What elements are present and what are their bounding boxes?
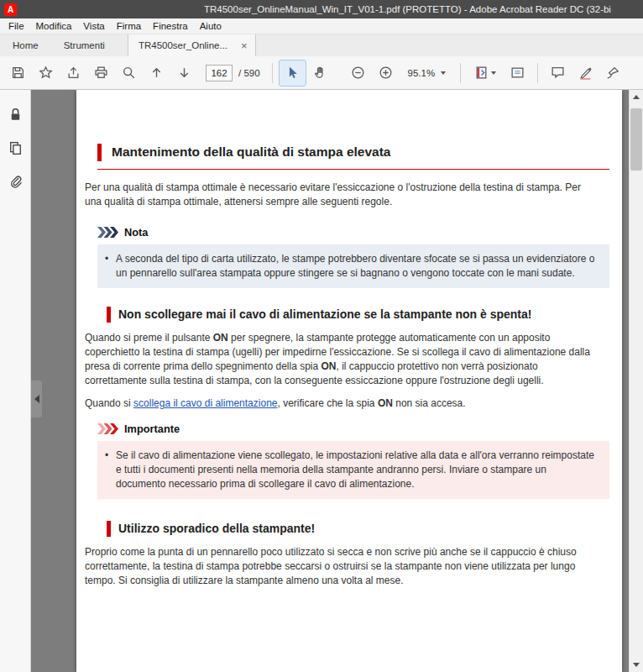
toolbar-divider: [272, 63, 273, 83]
highlight-button[interactable]: [572, 60, 599, 86]
page-display-button[interactable]: [468, 60, 503, 86]
star-button[interactable]: [33, 60, 59, 86]
pages-panel-button[interactable]: [3, 135, 28, 160]
menu-finestra[interactable]: Finestra: [147, 18, 194, 34]
important-chevrons-icon: [97, 423, 118, 434]
menu-modifica[interactable]: Modifica: [30, 18, 78, 34]
tab-home[interactable]: Home: [0, 34, 51, 56]
important-header: Importante: [97, 423, 609, 435]
acrobat-reader-window: A TR4500ser_OnlineManual_Win_IT_V01-1.pd…: [0, 0, 643, 672]
triangle-up-icon: [633, 95, 640, 99]
scroll-down-button[interactable]: [630, 658, 643, 672]
page-up-icon: [149, 66, 164, 80]
scrollbar-thumb[interactable]: [630, 108, 642, 171]
toolbar: 162 / 590 95.1%: [0, 56, 643, 90]
important-text: Se il cavo di alimentazione viene scolle…: [116, 449, 598, 491]
highlighter-icon: [578, 66, 593, 80]
toolbar-divider: [537, 63, 538, 83]
subsection-heading-block: Utilizzo sporadico della stampante!: [107, 521, 609, 537]
tab-document[interactable]: TR4500ser_Online... ×: [128, 34, 256, 56]
note-box: • A seconda del tipo di carta utilizzato…: [97, 244, 609, 288]
reading-mode-button[interactable]: [504, 60, 531, 86]
note-text: A seconda del tipo di carta utilizzato, …: [116, 252, 598, 281]
close-icon[interactable]: ×: [241, 40, 248, 51]
previous-page-button[interactable]: [144, 60, 170, 86]
titlebar: A TR4500ser_OnlineManual_Win_IT_V01-1.pd…: [0, 0, 643, 18]
comment-button[interactable]: [545, 60, 571, 86]
zoom-in-button[interactable]: [373, 60, 399, 86]
zoom-out-icon: [351, 66, 365, 80]
panel-collapse-handle[interactable]: [31, 381, 42, 417]
menu-firma[interactable]: Firma: [111, 18, 147, 34]
reading-mode-icon: [510, 66, 525, 80]
menu-file[interactable]: File: [3, 18, 30, 34]
paperclip-icon: [8, 174, 24, 190]
next-page-button[interactable]: [171, 60, 197, 86]
menubar: File Modifica Vista Firma Finestra Aiuto: [0, 18, 643, 34]
note-label: Nota: [124, 226, 148, 239]
heading-red-bar: [107, 521, 111, 537]
attachments-panel-button[interactable]: [3, 169, 28, 194]
star-icon: [39, 66, 53, 80]
chevron-left-icon: [34, 395, 39, 403]
heading-red-bar: [107, 307, 111, 323]
pdf-page-content: Mantenimento della qualità di stampa ele…: [76, 90, 622, 588]
selection-tool-button[interactable]: [280, 60, 306, 86]
page-down-icon: [177, 66, 191, 80]
page-number-input[interactable]: 162: [206, 65, 233, 81]
comment-icon: [551, 66, 565, 80]
toolbar-divider: [460, 63, 461, 83]
important-label: Importante: [124, 423, 180, 435]
search-button[interactable]: [116, 60, 142, 86]
zoom-in-icon: [379, 66, 393, 80]
paragraph-infrequent-use: Proprio come la punta di un pennarello p…: [85, 545, 599, 588]
heading-red-bar: [97, 144, 102, 161]
fill-sign-button[interactable]: [600, 60, 626, 86]
share-button[interactable]: [60, 60, 86, 86]
search-icon: [122, 66, 136, 80]
selection-arrow-icon: [285, 66, 300, 80]
chevron-down-icon: [441, 71, 446, 75]
fill-sign-pen-icon: [606, 66, 620, 80]
note-chevrons-icon: [97, 227, 118, 238]
content-region: Mantenimento della qualità di stampa ele…: [0, 90, 643, 672]
bullet: •: [105, 449, 116, 491]
lock-icon: [8, 107, 24, 123]
document-tab-label: TR4500ser_Online...: [139, 40, 227, 50]
scroll-up-button[interactable]: [630, 90, 643, 104]
menu-vista[interactable]: Vista: [77, 18, 110, 34]
print-icon: [94, 66, 108, 80]
triangle-down-icon: [633, 663, 640, 667]
unplug-power-cord-link[interactable]: scollega il cavo di alimentazione: [133, 397, 277, 409]
protection-panel-button[interactable]: [3, 102, 28, 127]
left-sidebar: [0, 90, 31, 672]
note-header: Nota: [97, 226, 609, 239]
zoom-out-button[interactable]: [345, 60, 371, 86]
important-box: • Se il cavo di alimentazione viene scol…: [97, 441, 609, 499]
hand-tool-icon: [313, 66, 327, 80]
pdf-page: Mantenimento della qualità di stampa ele…: [76, 90, 622, 672]
page-display-icon: [474, 66, 489, 80]
window-title: TR4500ser_OnlineManual_Win_IT_V01-1.pdf …: [204, 4, 643, 14]
hand-tool-button[interactable]: [307, 60, 333, 86]
menu-aiuto[interactable]: Aiuto: [194, 18, 227, 34]
pages-icon: [8, 140, 24, 156]
paragraph-unplug: Quando si scollega il cavo di alimentazi…: [85, 396, 599, 411]
zoom-level-value: 95.1%: [408, 68, 436, 78]
adobe-reader-icon: A: [4, 3, 17, 16]
vertical-scrollbar[interactable]: [629, 90, 643, 672]
subsection-title: Non scollegare mai il cavo di alimentazi…: [118, 307, 531, 323]
subsection-heading-block: Non scollegare mai il cavo di alimentazi…: [107, 307, 609, 323]
document-canvas: Mantenimento della qualità di stampa ele…: [31, 90, 629, 672]
subsection-title: Utilizzo sporadico della stampante!: [118, 521, 315, 537]
zoom-level-dropdown[interactable]: 95.1%: [403, 63, 452, 83]
save-button[interactable]: [5, 60, 31, 86]
print-button[interactable]: [88, 60, 114, 86]
bullet: •: [105, 252, 116, 281]
paragraph-intro: Per una qualità di stampa ottimale è nec…: [85, 181, 599, 209]
section-heading-block: Mantenimento della qualità di stampa ele…: [97, 144, 609, 170]
tabbar: Home Strumenti TR4500ser_Online... ×: [0, 34, 643, 56]
page-total-label: / 590: [238, 68, 260, 78]
tab-tools[interactable]: Strumenti: [51, 34, 118, 56]
share-upload-icon: [66, 66, 81, 80]
